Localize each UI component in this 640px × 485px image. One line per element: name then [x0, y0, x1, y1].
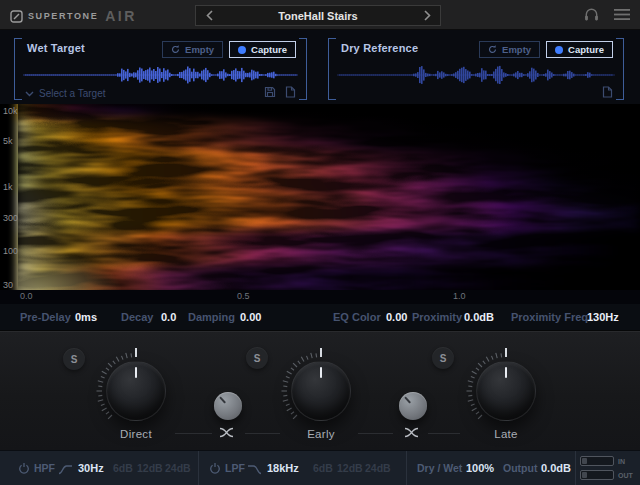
brand-name: SUPERTONE	[28, 11, 98, 21]
chevron-right-icon	[424, 10, 431, 21]
late-solo-button[interactable]: S	[432, 347, 454, 369]
proximity-label: Proximity	[412, 304, 462, 330]
dry-empty-button[interactable]: Empty	[479, 41, 540, 58]
spectrogram-shade	[18, 104, 640, 290]
lpf-slope-6db[interactable]: 6dB	[313, 451, 333, 485]
lpf-value[interactable]: 18kHz	[267, 451, 299, 485]
proximity-value[interactable]: 0.0dB	[464, 304, 494, 330]
output-meter	[580, 470, 614, 480]
predelay-value[interactable]: 0ms	[75, 304, 97, 330]
product-name: AIR	[105, 8, 137, 24]
damping-value[interactable]: 0.00	[240, 304, 261, 330]
eq-color-label: EQ Color	[333, 304, 381, 330]
eq-color-value[interactable]: 0.00	[386, 304, 407, 330]
lpf-slope-12db[interactable]: 12dB	[337, 451, 363, 485]
preset-name[interactable]: ToneHall Stairs	[222, 10, 414, 22]
output-label: Output	[503, 451, 537, 485]
export-file-icon[interactable]	[285, 86, 296, 98]
export-file-icon[interactable]	[602, 86, 613, 98]
late-label: Late	[466, 427, 546, 441]
reset-loop-icon	[171, 45, 180, 54]
lpf-power-icon[interactable]	[209, 462, 221, 475]
reset-loop-icon	[488, 45, 497, 54]
lpf-curve-icon	[247, 463, 262, 475]
wet-bracket-right	[299, 38, 307, 100]
parameter-row: Pre-Delay 0ms Decay 0.0 Damping 0.00 EQ …	[0, 304, 640, 330]
freq-axis-label: 300	[3, 213, 18, 223]
decay-value[interactable]: 0.0	[161, 304, 176, 330]
early-late-xfade-knob[interactable]	[399, 392, 427, 420]
time-axis-label: 1.0	[453, 291, 466, 301]
preset-next-button[interactable]	[414, 6, 440, 25]
decay-label: Decay	[121, 304, 153, 330]
wet-capture-label: Capture	[251, 44, 287, 55]
hpf-power-icon[interactable]	[18, 462, 30, 475]
crossfade-icon	[404, 427, 422, 438]
input-meter-label: IN	[618, 458, 625, 465]
freq-axis-label: 5k	[3, 136, 13, 146]
damping-label: Damping	[188, 304, 235, 330]
menu-hamburger-icon[interactable]	[614, 8, 630, 21]
direct-knob[interactable]	[106, 361, 166, 421]
save-icon[interactable]	[264, 86, 276, 98]
mixer-section: S Direct S Early S Late	[0, 330, 640, 450]
freq-axis-label: 30	[3, 280, 13, 290]
time-axis-label: 0.5	[237, 291, 250, 301]
dry-capture-button[interactable]: Capture	[546, 41, 613, 58]
early-solo-button[interactable]: S	[246, 347, 268, 369]
proximity-freq-value[interactable]: 130Hz	[587, 304, 619, 330]
select-target-dropdown[interactable]: Select a Target	[25, 88, 106, 99]
dry-bracket-right	[616, 38, 624, 100]
record-dot-icon	[238, 46, 246, 54]
input-meter	[580, 456, 614, 466]
wet-waveform	[23, 64, 298, 86]
proximity-freq-label: Proximity Freq	[511, 304, 588, 330]
freq-axis-label: 100	[3, 246, 18, 256]
late-knob[interactable]	[476, 361, 536, 421]
io-meters: IN OUT	[580, 456, 633, 484]
hpf-label: HPF	[34, 451, 55, 485]
dry-wet-label: Dry / Wet	[417, 451, 462, 485]
wet-empty-button[interactable]: Empty	[162, 41, 223, 58]
wet-empty-label: Empty	[185, 44, 214, 55]
capture-section: Wet Target Empty Capture Select a Target	[0, 30, 640, 104]
early-knob[interactable]	[291, 361, 351, 421]
freq-axis-label: 1k	[3, 182, 13, 192]
wet-capture-button[interactable]: Capture	[229, 41, 296, 58]
preset-prev-button[interactable]	[196, 6, 222, 25]
dry-reference-panel: Dry Reference Empty Capture	[328, 38, 624, 100]
select-target-label: Select a Target	[39, 88, 106, 99]
hpf-value[interactable]: 30Hz	[78, 451, 104, 485]
predelay-label: Pre-Delay	[20, 304, 71, 330]
dry-empty-label: Empty	[502, 44, 531, 55]
plugin-window: { "header": { "brand": "SUPERTONE", "pro…	[0, 0, 640, 485]
time-axis-label: 0.0	[20, 291, 33, 301]
early-label: Early	[281, 427, 361, 441]
dry-waveform	[337, 64, 615, 86]
hpf-slope-6db[interactable]: 6dB	[113, 451, 133, 485]
preset-selector: ToneHall Stairs	[195, 5, 441, 26]
dry-reference-title: Dry Reference	[341, 42, 418, 54]
chevron-left-icon	[206, 10, 213, 21]
time-axis: 0.0 0.5 1.0	[0, 290, 640, 304]
dry-bracket-left	[328, 38, 336, 100]
hpf-slope-24db[interactable]: 24dB	[165, 451, 191, 485]
lpf-slope-24db[interactable]: 24dB	[365, 451, 391, 485]
brand-logo: SUPERTONE AIR	[10, 8, 137, 24]
direct-early-xfade-knob[interactable]	[214, 392, 242, 420]
wet-bracket-left	[14, 38, 22, 100]
top-bar: SUPERTONE AIR ToneHall Stairs	[0, 0, 640, 30]
freq-axis-label: 10k	[3, 106, 18, 116]
dry-wet-value[interactable]: 100%	[466, 451, 494, 485]
headphone-monitor-icon[interactable]	[583, 6, 600, 22]
direct-label: Direct	[96, 427, 176, 441]
direct-solo-button[interactable]: S	[63, 348, 85, 370]
chevron-down-icon	[25, 91, 34, 97]
hpf-slope-12db[interactable]: 12dB	[137, 451, 163, 485]
dry-capture-label: Capture	[568, 44, 604, 55]
output-meter-label: OUT	[618, 472, 633, 479]
record-dot-icon	[555, 46, 563, 54]
hpf-curve-icon	[58, 463, 73, 475]
wet-target-panel: Wet Target Empty Capture Select a Target	[14, 38, 307, 100]
output-value[interactable]: 0.0dB	[541, 451, 571, 485]
